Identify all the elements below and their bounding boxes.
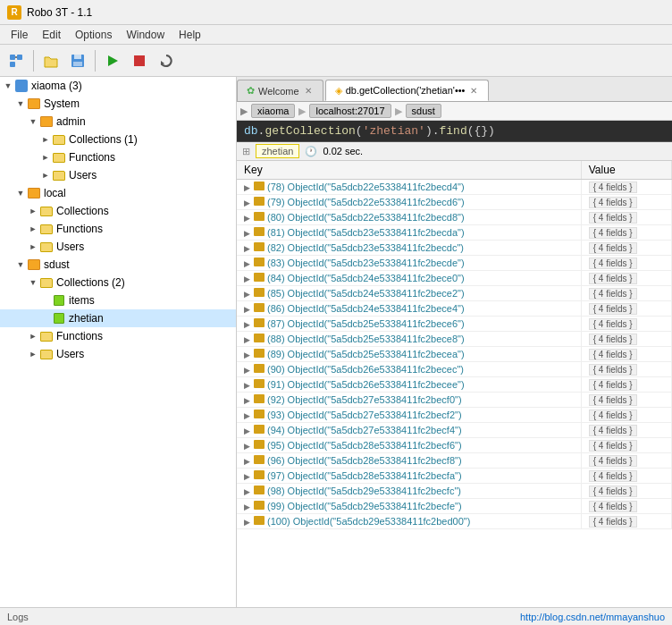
- tree-sdust-items[interactable]: ► items: [0, 291, 236, 309]
- table-cell-value: { 4 fields }: [581, 499, 671, 514]
- tree-sdust-zhetian[interactable]: ► zhetian: [0, 309, 236, 327]
- folder-icon-local-functions: [39, 222, 54, 236]
- row-expand-arrow[interactable]: ▶: [244, 183, 250, 192]
- expand-sdust-users[interactable]: ►: [27, 348, 39, 360]
- table-row[interactable]: ▶(85) ObjectId("5a5dcb24e5338411fc2bece2…: [237, 286, 672, 301]
- refresh-button[interactable]: [154, 48, 179, 73]
- row-expand-arrow[interactable]: ▶: [244, 229, 250, 238]
- tree-admin-collections[interactable]: ► Collections (1): [0, 131, 236, 148]
- table-row[interactable]: ▶(93) ObjectId("5a5dcb27e5338411fc2becf2…: [237, 408, 672, 423]
- tree-admin-functions[interactable]: ► Functions: [0, 148, 236, 166]
- save-button[interactable]: [65, 48, 90, 73]
- row-expand-arrow[interactable]: ▶: [244, 427, 250, 435]
- tree-admin[interactable]: ▼ admin: [0, 113, 236, 131]
- table-row[interactable]: ▶(84) ObjectId("5a5dcb24e5338411fc2bece0…: [237, 271, 672, 286]
- table-row[interactable]: ▶(80) ObjectId("5a5dcb22e5338411fc2becd8…: [237, 210, 672, 225]
- menu-options[interactable]: Options: [68, 27, 119, 43]
- row-expand-arrow[interactable]: ▶: [244, 518, 250, 527]
- table-row[interactable]: ▶(98) ObjectId("5a5dcb29e5338411fc2becfc…: [237, 484, 672, 499]
- row-expand-arrow[interactable]: ▶: [244, 396, 250, 405]
- expand-local-functions[interactable]: ►: [27, 223, 39, 235]
- row-expand-arrow[interactable]: ▶: [244, 320, 250, 329]
- row-expand-arrow[interactable]: ▶: [244, 487, 250, 496]
- menu-file[interactable]: File: [4, 27, 35, 43]
- expand-admin[interactable]: ▼: [27, 115, 39, 128]
- expand-admin-users[interactable]: ►: [39, 169, 52, 182]
- tree-local[interactable]: ▼ local: [0, 184, 236, 202]
- expand-admin-collections[interactable]: ►: [39, 133, 52, 146]
- row-expand-arrow[interactable]: ▶: [244, 472, 250, 481]
- table-row[interactable]: ▶(96) ObjectId("5a5dcb28e5338411fc2becf8…: [237, 453, 672, 469]
- row-expand-arrow[interactable]: ▶: [244, 305, 250, 314]
- table-row[interactable]: ▶(100) ObjectId("5a5dcb29e5338411fc2bed0…: [237, 514, 672, 529]
- row-expand-arrow[interactable]: ▶: [244, 244, 250, 253]
- menu-help[interactable]: Help: [172, 27, 208, 43]
- row-expand-arrow[interactable]: ▶: [244, 351, 250, 359]
- tree-label-items: items: [69, 294, 95, 307]
- query-input-bar[interactable]: db.getCollection('zhetian').find({}): [237, 121, 672, 142]
- tree-system[interactable]: ▼ System: [0, 95, 236, 113]
- tree-label-xiaoma: xiaoma (3): [31, 80, 82, 92]
- row-expand-arrow[interactable]: ▶: [244, 381, 250, 390]
- expand-local-collections[interactable]: ►: [27, 205, 39, 217]
- menu-edit[interactable]: Edit: [35, 27, 68, 43]
- tree-sdust-users[interactable]: ► Users: [0, 345, 236, 363]
- tree-local-collections[interactable]: ► Collections: [0, 202, 236, 220]
- status-link[interactable]: http://blog.csdn.net/mmayanshuo: [520, 612, 665, 622]
- row-expand-arrow[interactable]: ▶: [244, 290, 250, 299]
- table-row[interactable]: ▶(79) ObjectId("5a5dcb22e5338411fc2becd6…: [237, 195, 672, 210]
- new-connection-button[interactable]: [4, 48, 29, 73]
- table-row[interactable]: ▶(99) ObjectId("5a5dcb29e5338411fc2becfe…: [237, 499, 672, 514]
- table-row[interactable]: ▶(92) ObjectId("5a5dcb27e5338411fc2becf0…: [237, 393, 672, 408]
- expand-sdust-collections[interactable]: ▼: [27, 276, 39, 289]
- table-row[interactable]: ▶(86) ObjectId("5a5dcb24e5338411fc2bece4…: [237, 301, 672, 317]
- row-expand-arrow[interactable]: ▶: [244, 335, 250, 344]
- expand-xiaoma[interactable]: ▼: [2, 80, 14, 92]
- table-row[interactable]: ▶(90) ObjectId("5a5dcb26e5338411fc2becec…: [237, 362, 672, 377]
- row-expand-arrow[interactable]: ▶: [244, 198, 250, 207]
- table-row[interactable]: ▶(78) ObjectId("5a5dcb22e5338411fc2becd4…: [237, 180, 672, 195]
- svg-rect-8: [134, 55, 145, 66]
- table-row[interactable]: ▶(97) ObjectId("5a5dcb28e5338411fc2becfa…: [237, 469, 672, 484]
- table-row[interactable]: ▶(83) ObjectId("5a5dcb23e5338411fc2becde…: [237, 256, 672, 271]
- row-expand-arrow[interactable]: ▶: [244, 366, 250, 375]
- tree-local-functions[interactable]: ► Functions: [0, 220, 236, 238]
- tab-query-close[interactable]: ✕: [468, 86, 479, 96]
- menu-window[interactable]: Window: [119, 27, 172, 43]
- tree-root-xiaoma[interactable]: ▼ xiaoma (3): [0, 77, 236, 95]
- row-expand-arrow[interactable]: ▶: [244, 457, 250, 466]
- table-row[interactable]: ▶(94) ObjectId("5a5dcb27e5338411fc2becf4…: [237, 423, 672, 438]
- tree-local-users[interactable]: ► Users: [0, 238, 236, 256]
- expand-sdust[interactable]: ▼: [14, 258, 27, 271]
- tab-welcome-close[interactable]: ✕: [303, 86, 314, 96]
- tree-sdust[interactable]: ▼ sdust: [0, 256, 236, 274]
- query-icon: ◈: [335, 85, 342, 97]
- table-row[interactable]: ▶(95) ObjectId("5a5dcb28e5338411fc2becf6…: [237, 438, 672, 453]
- expand-admin-functions[interactable]: ►: [39, 151, 52, 164]
- tree-sdust-collections[interactable]: ▼ Collections (2): [0, 274, 236, 291]
- table-row[interactable]: ▶(87) ObjectId("5a5dcb25e5338411fc2bece6…: [237, 317, 672, 332]
- row-expand-arrow[interactable]: ▶: [244, 411, 250, 420]
- expand-local[interactable]: ▼: [14, 187, 27, 199]
- tree-admin-users[interactable]: ► Users: [0, 166, 236, 184]
- row-expand-arrow[interactable]: ▶: [244, 442, 250, 451]
- table-row[interactable]: ▶(81) ObjectId("5a5dcb23e5338411fc2becda…: [237, 225, 672, 241]
- table-row[interactable]: ▶(91) ObjectId("5a5dcb26e5338411fc2becee…: [237, 377, 672, 393]
- tree-sdust-functions[interactable]: ► Functions: [0, 327, 236, 345]
- expand-local-users[interactable]: ►: [27, 241, 39, 253]
- field-badge: { 4 fields }: [589, 410, 637, 421]
- open-button[interactable]: [38, 48, 63, 73]
- expand-system[interactable]: ▼: [14, 97, 27, 110]
- stop-button[interactable]: [127, 48, 152, 73]
- row-expand-arrow[interactable]: ▶: [244, 259, 250, 268]
- tab-query[interactable]: ◈ db.getCollection('zhetian'••• ✕: [325, 80, 490, 101]
- row-expand-arrow[interactable]: ▶: [244, 503, 250, 511]
- expand-sdust-functions[interactable]: ►: [27, 330, 39, 342]
- run-button[interactable]: [100, 48, 125, 73]
- table-row[interactable]: ▶(89) ObjectId("5a5dcb25e5338411fc2becea…: [237, 347, 672, 362]
- table-row[interactable]: ▶(82) ObjectId("5a5dcb23e5338411fc2becdc…: [237, 241, 672, 256]
- row-expand-arrow[interactable]: ▶: [244, 274, 250, 283]
- tab-welcome[interactable]: ✿ Welcome ✕: [237, 80, 323, 101]
- row-expand-arrow[interactable]: ▶: [244, 214, 250, 223]
- table-row[interactable]: ▶(88) ObjectId("5a5dcb25e5338411fc2bece8…: [237, 332, 672, 347]
